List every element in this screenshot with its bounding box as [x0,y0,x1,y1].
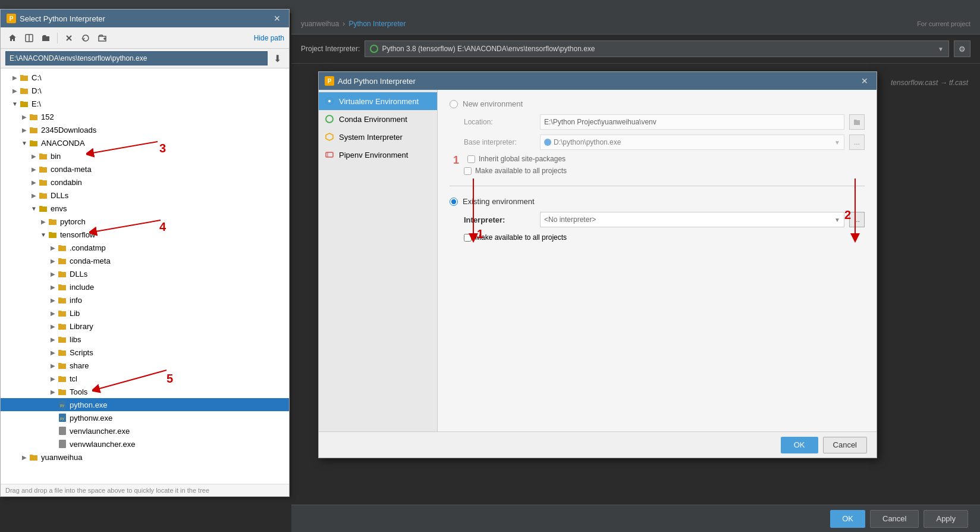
tree-item-share[interactable]: ▶ share [1,359,289,372]
location-browse-btn[interactable] [849,114,865,130]
path-input-row: ⬇ [1,49,289,68]
available-existing-checkbox[interactable] [464,234,472,242]
available-new-label: Make available to all projects [475,167,567,175]
home-icon[interactable] [5,31,20,45]
tree-item-bin[interactable]: ▶ bin [1,149,289,162]
tree-item-libs[interactable]: ▶ libs [1,333,289,346]
ok-button-main[interactable]: OK [830,510,865,528]
base-interpreter-dots-btn[interactable]: ... [849,134,865,150]
interpreter-select-value: <No interpreter> [544,215,596,224]
arrow-e: ▼ [10,99,20,108]
tree-label-yuanweihua: yuanweihua [41,453,82,462]
add-dialog-close[interactable]: ✕ [859,75,871,87]
gear-button[interactable]: ⚙ [954,40,970,57]
arrow-pythonwexe [48,413,58,423]
tree-item-condabin[interactable]: ▶ condabin [1,176,289,189]
cancel-button-main[interactable]: Cancel [870,510,919,528]
tree-item-venvlauncher[interactable]: venvlauncher.exe [1,424,289,437]
folder-icon-d [20,86,29,95]
folder-icon-2345 [29,125,39,134]
tree-item-pythonexe[interactable]: py python.exe [1,398,289,411]
env-item-virtualenv[interactable]: Virtualenv Environment [319,92,437,110]
env-item-pipenv[interactable]: Pipenv Environment [319,146,437,164]
add-interpreter-dialog: P Add Python Interpreter ✕ Virtualenv En… [318,71,877,458]
existing-env-radio[interactable] [450,198,458,206]
folder-icon-condatmp [58,243,67,252]
svg-rect-10 [59,427,66,435]
hide-path-link[interactable]: Hide path [254,34,284,42]
tree-item-pythonwexe[interactable]: py pythonw.exe [1,411,289,424]
tree-item-dlls1[interactable]: ▶ DLLs [1,189,289,202]
tree-item-152[interactable]: ▶ 152 [1,110,289,123]
svg-rect-11 [59,440,66,448]
tree-item-tools[interactable]: ▶ Tools [1,385,289,398]
tree-item-tensorflow[interactable]: ▼ tensorflow [1,228,289,241]
available-checkbox-row-new: Make available to all projects [450,167,865,175]
base-dropdown-arrow: ▼ [834,139,840,146]
add-dialog-cancel-btn[interactable]: Cancel [823,437,867,453]
new-folder-icon[interactable] [95,31,109,45]
tree-item-info[interactable]: ▶ info [1,293,289,306]
tree-item-pytorch[interactable]: ▶ pytorch [1,215,289,228]
folder-up-icon[interactable] [39,31,53,45]
base-interpreter-label: Base interpreter: [464,138,535,146]
arrow-bin: ▶ [29,151,39,161]
interpreter-dropdown[interactable]: Python 3.8 (tensorflow) E:\ANACONDA\envs… [365,40,949,57]
tree-item-venvwlauncher[interactable]: venvwlauncher.exe [1,437,289,450]
tree-item-dlls2[interactable]: ▶ DLLs [1,267,289,280]
location-label: Location: [464,118,535,126]
tree-label-info: info [70,296,82,305]
select-dialog-toolbar: Hide path [1,27,289,49]
apply-button-main[interactable]: Apply [924,510,968,528]
file-tree[interactable]: ▶ C:\ ▶ D:\ ▼ E:\ ▶ 1 [1,68,289,484]
pycharm-icon: P [7,14,16,23]
pythonw-file-icon: py [58,413,67,423]
add-dialog-ok-btn[interactable]: OK [781,437,818,453]
tree-item-condameta2[interactable]: ▶ conda-meta [1,254,289,267]
interpreter-select-row: Interpreter: <No interpreter> ▼ ... [450,212,865,227]
folder-icon-dlls2 [58,269,67,278]
base-interpreter-dropdown[interactable]: D:\python\python.exe ▼ [540,134,844,150]
location-input[interactable] [540,114,844,130]
tree-item-tcl[interactable]: ▶ tcl [1,372,289,385]
new-env-radio[interactable] [450,100,458,108]
tree-label-condabin: condabin [51,178,82,187]
select-dialog-close[interactable]: ✕ [271,12,283,24]
tree-item-library[interactable]: ▶ Library [1,320,289,333]
folder-icon-tools [58,387,67,396]
arrow-152: ▶ [20,112,29,121]
env-item-system[interactable]: System Interpreter [319,128,437,146]
folder-icon-bin [39,151,48,161]
tree-item-e[interactable]: ▼ E:\ [1,97,289,110]
interpreter-dots-btn[interactable]: ... [849,212,865,227]
refresh-icon[interactable] [78,31,93,45]
project-interpreter-row: Project Interpreter: Python 3.8 (tensorf… [291,35,980,64]
tree-item-scripts[interactable]: ▶ Scripts [1,346,289,359]
tree-item-condameta1[interactable]: ▶ conda-meta [1,162,289,176]
arrow-dlls2: ▶ [48,269,58,278]
env-item-conda[interactable]: Conda Environment [319,110,437,128]
venvwlauncher-file-icon [58,439,67,449]
folder-icon-share [58,361,67,370]
path-input[interactable] [5,51,268,65]
split-icon[interactable] [22,31,36,45]
interpreter-select-dropdown[interactable]: <No interpreter> ▼ [540,212,844,227]
delete-icon[interactable] [62,31,76,45]
tree-item-include[interactable]: ▶ include [1,280,289,293]
tree-item-anaconda[interactable]: ▼ ANACONDA [1,136,289,149]
tree-item-yuanweihua[interactable]: ▶ yuanweihua [1,450,289,464]
tree-item-c[interactable]: ▶ C:\ [1,71,289,84]
arrow-dlls1: ▶ [29,190,39,200]
tree-item-lib[interactable]: ▶ Lib [1,306,289,320]
existing-env-radio-row: Existing environment [450,197,865,206]
tree-item-d[interactable]: ▶ D:\ [1,84,289,97]
inherit-checkbox[interactable] [467,155,475,163]
tree-item-condatmp[interactable]: ▶ .condatmp [1,241,289,254]
tree-item-envs[interactable]: ▼ envs [1,202,289,215]
tree-label-condatmp: .condatmp [70,243,106,252]
folder-icon-condameta1 [39,164,48,174]
tree-item-2345[interactable]: ▶ 2345Downloads [1,123,289,136]
base-interpreter-row: Base interpreter: D:\python\python.exe ▼… [450,134,865,150]
download-icon[interactable]: ⬇ [270,51,284,65]
available-new-checkbox[interactable] [464,167,472,175]
